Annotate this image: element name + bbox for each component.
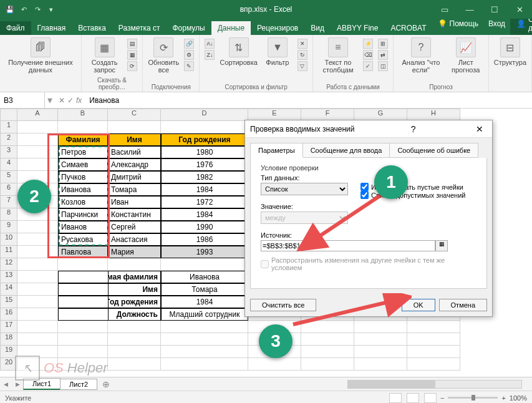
- maximize-icon[interactable]: ☐: [482, 0, 507, 19]
- horizontal-scrollbar[interactable]: [347, 380, 522, 389]
- col-header[interactable]: B: [58, 109, 108, 121]
- close-icon[interactable]: ✕: [507, 0, 532, 19]
- connections-button[interactable]: 🔗: [184, 39, 194, 49]
- zoom-in-icon[interactable]: +: [501, 394, 505, 402]
- zoom-out-icon[interactable]: −: [440, 394, 444, 402]
- svg-line-1: [293, 299, 399, 324]
- name-box[interactable]: B3: [0, 92, 45, 108]
- data-validation-button[interactable]: ✓: [363, 61, 373, 71]
- status-mode: Укажите: [5, 394, 31, 402]
- tab-acrobat[interactable]: ACROBAT: [384, 21, 432, 35]
- forecast-button[interactable]: 📈Лист прогноза: [448, 37, 483, 74]
- sort-desc-button[interactable]: Z↓: [205, 50, 215, 60]
- dialog-help-icon[interactable]: ?: [407, 124, 420, 134]
- flash-fill-button[interactable]: ⚡: [363, 39, 373, 49]
- relations-button[interactable]: ⇄: [378, 50, 388, 60]
- qat-more-icon[interactable]: ▾: [46, 4, 56, 14]
- propagate-checkbox: [261, 260, 269, 268]
- tab-abbyy[interactable]: ABBYY Fine: [331, 21, 384, 35]
- zoom-level[interactable]: 100%: [510, 394, 527, 402]
- dialog-tab-input-msg[interactable]: Сообщение для ввода: [302, 143, 390, 158]
- minimize-icon[interactable]: —: [457, 0, 482, 19]
- col-header[interactable]: H: [407, 109, 460, 121]
- tab-home[interactable]: Главная: [31, 21, 72, 35]
- enter-formula-icon[interactable]: ✓: [67, 96, 74, 105]
- sheet-nav-next-icon[interactable]: ▶: [12, 381, 24, 387]
- consolidate-button[interactable]: ⊞: [378, 39, 388, 49]
- remove-dup-button[interactable]: ⌫: [363, 50, 373, 60]
- window-title: впр.xlsx - Excel: [240, 5, 293, 14]
- ribbon-tabs: Файл Главная Вставка Разметка ст Формулы…: [0, 19, 532, 35]
- show-queries-button[interactable]: ▤: [127, 39, 137, 49]
- manage-model-button[interactable]: ◫: [378, 61, 388, 71]
- formula-input[interactable]: Иванова: [85, 96, 532, 105]
- col-header[interactable]: C: [108, 109, 161, 121]
- text-to-columns-button[interactable]: ≡Текст по столбцам: [318, 37, 358, 74]
- callout-2: 2: [17, 180, 51, 213]
- ribbon: 🗐Получение внешних данных ▦Создать запро…: [0, 35, 532, 92]
- sort-asc-button[interactable]: A↓: [205, 39, 215, 49]
- callout-3: 3: [259, 324, 293, 358]
- clear-filter-button[interactable]: ✕: [297, 39, 307, 49]
- cursor-icon: ↖: [15, 356, 40, 381]
- col-header[interactable]: F: [301, 109, 354, 121]
- annotation-arrow-1: [296, 187, 396, 256]
- col-header[interactable]: G: [354, 109, 407, 121]
- dialog-close-icon[interactable]: ✕: [472, 124, 487, 134]
- table-header[interactable]: Фамилия: [58, 134, 108, 146]
- page-layout-view-icon[interactable]: [407, 393, 419, 403]
- undo-icon[interactable]: ↶: [19, 4, 29, 14]
- type-label: Тип данных:: [261, 174, 348, 182]
- redo-icon[interactable]: ↷: [32, 4, 42, 14]
- dialog-tab-error-msg[interactable]: Сообщение об ошибке: [389, 143, 478, 158]
- dialog-tab-params[interactable]: Параметры: [250, 143, 303, 158]
- select-all-corner[interactable]: [0, 109, 17, 121]
- status-bar: Укажите − + 100%: [0, 391, 532, 403]
- annotation-arrow-3: [287, 293, 412, 331]
- cancel-button[interactable]: Отмена: [439, 299, 487, 311]
- properties-button[interactable]: ⚙: [184, 50, 194, 60]
- from-table-button[interactable]: ▦: [127, 50, 137, 60]
- tab-view[interactable]: Вид: [304, 21, 331, 35]
- range-picker-icon[interactable]: ▦: [435, 240, 448, 251]
- table-header[interactable]: Имя: [108, 134, 161, 146]
- zoom-slider[interactable]: [448, 397, 498, 399]
- col-header[interactable]: D: [161, 109, 248, 121]
- reapply-button[interactable]: ↻: [297, 50, 307, 60]
- sort-button[interactable]: ⇅Сортировка: [220, 37, 257, 66]
- callout-1: 1: [374, 165, 408, 199]
- outline-button[interactable]: ⊟Структура: [494, 37, 526, 66]
- page-break-view-icon[interactable]: [424, 393, 437, 403]
- svg-line-0: [309, 193, 384, 243]
- tab-data[interactable]: Данные: [211, 21, 251, 35]
- advanced-button[interactable]: ▽: [297, 61, 307, 71]
- recent-sources-button[interactable]: ⟳: [127, 61, 137, 71]
- formula-bar: B3 ▾ ✕ ✓ fx Иванова: [0, 92, 532, 109]
- tab-formulas[interactable]: Формулы: [167, 21, 211, 35]
- title-bar: 💾 ↶ ↷ ▾ впр.xlsx - Excel ▭ — ☐ ✕: [0, 0, 532, 19]
- help-button[interactable]: 💡Помощь: [433, 17, 483, 31]
- col-header[interactable]: E: [248, 109, 301, 121]
- new-query-button[interactable]: ▦Создать запрос: [87, 37, 123, 74]
- normal-view-icon[interactable]: [389, 393, 402, 403]
- col-header[interactable]: A: [17, 109, 58, 121]
- fx-icon[interactable]: fx: [76, 96, 82, 105]
- save-icon[interactable]: 💾: [5, 4, 15, 14]
- tab-review[interactable]: Рецензиров: [251, 21, 304, 35]
- filter-button[interactable]: ▼Фильтр: [263, 37, 293, 66]
- ribbon-options-icon[interactable]: ▭: [432, 0, 457, 19]
- refresh-all-button[interactable]: ⟳Обновить все: [148, 37, 179, 74]
- dialog-title: Проверка вводимых значений: [250, 125, 355, 134]
- tab-insert[interactable]: Вставка: [72, 21, 112, 35]
- edit-links-button[interactable]: ✎: [184, 61, 194, 71]
- login-button[interactable]: Вход: [483, 17, 510, 31]
- watermark: ↖ OSHelper: [15, 356, 108, 381]
- tab-layout[interactable]: Разметка ст: [112, 21, 167, 35]
- get-external-data-button[interactable]: 🗐Получение внешних данных: [5, 37, 76, 74]
- what-if-button[interactable]: ?Анализ "что если": [399, 37, 443, 74]
- tab-file[interactable]: Файл: [0, 21, 31, 35]
- condition-legend: Условие проверки: [261, 164, 319, 172]
- table-header[interactable]: Год рождения: [161, 134, 248, 146]
- cancel-formula-icon[interactable]: ✕: [59, 96, 65, 105]
- sheet-nav-prev-icon[interactable]: ◀: [0, 381, 12, 387]
